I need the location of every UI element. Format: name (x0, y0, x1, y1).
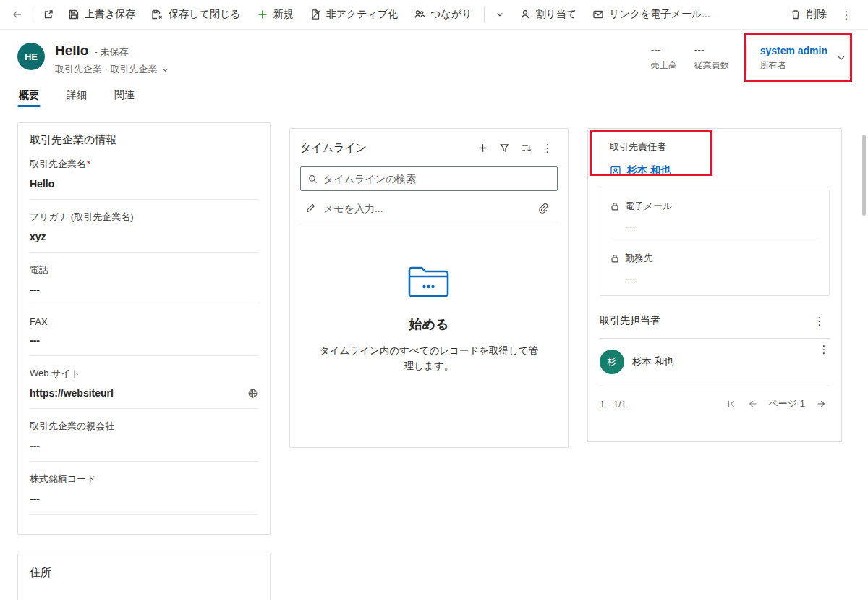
more-vertical-icon: ⋮ (819, 344, 830, 355)
header-divider (746, 45, 747, 71)
folder-icon (319, 263, 539, 300)
filter-icon (499, 143, 510, 153)
field-email[interactable]: 電子メール --- (610, 200, 820, 232)
more-commands-button[interactable]: ⋮ (835, 4, 858, 25)
field-business-phone-label: 勤務先 (625, 252, 653, 265)
primary-contact-link[interactable]: 杉本 和也 (610, 164, 830, 177)
popout-icon (43, 9, 54, 20)
save-button[interactable]: 上書き保存 (60, 4, 143, 25)
timeline-more-button[interactable]: ⋮ (537, 138, 558, 158)
arrow-left-icon (748, 399, 758, 409)
lock-icon (610, 201, 620, 211)
contact-name[interactable]: 杉本 和也 (632, 355, 674, 368)
address-card: 住所 (17, 554, 271, 600)
field-parent-account[interactable]: 取引先企業の親会社 --- (30, 420, 258, 462)
deactivate-button[interactable]: 非アクティブ化 (302, 4, 407, 25)
field-website-label: Web サイト (30, 367, 258, 380)
delete-button[interactable]: 削除 (782, 4, 835, 25)
field-account-name-label: 取引先企業名 (30, 159, 86, 169)
save-close-label: 保存して閉じる (169, 8, 240, 21)
field-website[interactable]: Web サイト https://websiteurl (30, 367, 258, 409)
field-furigana[interactable]: フリガナ (取引先企業名) xyz (30, 211, 258, 253)
form-tabs: 概要 詳細 関連 (0, 79, 868, 111)
owner-field[interactable]: system admin 所有者 (760, 45, 846, 72)
back-button[interactable] (6, 4, 29, 25)
next-page-button[interactable] (812, 395, 830, 413)
primary-contact-details-card: 電子メール --- 勤務先 --- (600, 190, 830, 296)
timeline-empty-state: 始める タイムライン内のすべてのレコードを取得して管理します。 (300, 263, 558, 374)
field-business-phone[interactable]: 勤務先 --- (610, 252, 820, 284)
assign-icon (519, 9, 531, 20)
timeline-note-row[interactable] (300, 193, 558, 224)
stat-employees[interactable]: --- 従業員数 (694, 44, 729, 72)
timeline-create-button[interactable] (472, 138, 493, 158)
field-account-name-value[interactable]: Hello (30, 178, 258, 190)
field-website-value[interactable]: https://websiteurl (30, 387, 114, 399)
contacts-panel-card: 取引先責任者 杉本 和也 電子メール --- (587, 128, 842, 442)
timeline-search-box[interactable] (300, 166, 558, 191)
lock-icon (610, 253, 620, 263)
toolbar-divider (484, 7, 485, 22)
contact-entity-icon (610, 165, 621, 177)
contacts-list-more-button[interactable]: ⋮ (809, 310, 830, 331)
stat-revenue-value: --- (651, 44, 677, 56)
stat-revenue[interactable]: --- 売上高 (651, 44, 677, 72)
timeline-filter-button[interactable] (494, 138, 514, 158)
field-email-value: --- (626, 221, 820, 232)
record-subtitle[interactable]: 取引先企業 · 取引先企業 (55, 63, 169, 76)
pagination-page-label: ページ 1 (769, 397, 805, 410)
tab-details[interactable]: 詳細 (65, 85, 88, 111)
assign-button[interactable]: 割り当て (511, 4, 585, 25)
stat-employees-value: --- (694, 44, 729, 56)
field-phone[interactable]: 電話 --- (30, 263, 258, 305)
field-parent-account-value[interactable]: --- (30, 440, 258, 452)
attach-button[interactable] (532, 198, 553, 219)
tab-summary[interactable]: 概要 (17, 85, 41, 111)
record-status: - 未保存 (94, 46, 128, 59)
timeline-empty-title: 始める (319, 316, 539, 333)
field-email-label: 電子メール (625, 200, 673, 213)
scrollbar-thumb[interactable] (862, 135, 866, 216)
timeline-sort-button[interactable] (516, 138, 536, 158)
connections-dropdown-button[interactable] (488, 4, 511, 25)
timeline-empty-description: タイムライン内のすべてのレコードを取得して管理します。 (319, 344, 539, 374)
form-body: 取引先企業の情報 取引先企業名* Hello フリガナ (取引先企業名) xyz… (0, 111, 868, 600)
chevron-down-icon (836, 53, 846, 63)
timeline-card: タイムライン (289, 128, 569, 448)
connections-label: つながり (430, 8, 472, 21)
field-business-phone-value: --- (626, 273, 820, 284)
contacts-pagination: 1 - 1/1 ページ 1 (600, 395, 830, 413)
field-ticker[interactable]: 株式銘柄コード --- (30, 473, 258, 515)
record-title: Hello (55, 43, 88, 59)
email-link-icon (592, 9, 604, 20)
chevron-down-icon (161, 66, 169, 74)
field-furigana-value[interactable]: xyz (30, 231, 258, 242)
globe-icon[interactable] (247, 388, 258, 399)
record-header: HE Hello - 未保存 取引先企業 · 取引先企業 --- 売上高 ---… (0, 30, 868, 79)
field-fax[interactable]: FAX --- (30, 316, 258, 356)
field-phone-label: 電話 (30, 263, 258, 276)
pencil-icon (305, 203, 316, 214)
stat-employees-label: 従業員数 (694, 59, 729, 72)
stat-revenue-label: 売上高 (651, 59, 677, 72)
timeline-search-input[interactable] (323, 173, 550, 185)
previous-page-button[interactable] (744, 395, 762, 413)
new-button[interactable]: 新規 (249, 4, 302, 25)
field-ticker-value[interactable]: --- (30, 493, 258, 504)
popout-button[interactable] (37, 4, 60, 25)
primary-contact-name[interactable]: 杉本 和也 (627, 164, 671, 177)
deactivate-label: 非アクティブ化 (326, 8, 399, 21)
contact-list-item[interactable]: 杉 杉本 和也 ⋮ (600, 339, 830, 384)
account-info-title: 取引先企業の情報 (30, 133, 258, 147)
field-phone-value[interactable]: --- (30, 284, 258, 295)
first-page-button[interactable] (723, 395, 740, 413)
field-account-name[interactable]: 取引先企業名* Hello (30, 158, 258, 200)
connections-button[interactable]: つながり (406, 4, 480, 25)
email-link-button[interactable]: リンクを電子メール... (584, 4, 718, 25)
field-fax-value[interactable]: --- (30, 334, 258, 346)
contact-item-more-button[interactable]: ⋮ (814, 339, 834, 359)
tab-related[interactable]: 関連 (113, 85, 136, 111)
first-page-icon (726, 399, 736, 409)
save-close-button[interactable]: 保存して閉じる (143, 4, 248, 25)
note-input[interactable] (323, 203, 525, 214)
